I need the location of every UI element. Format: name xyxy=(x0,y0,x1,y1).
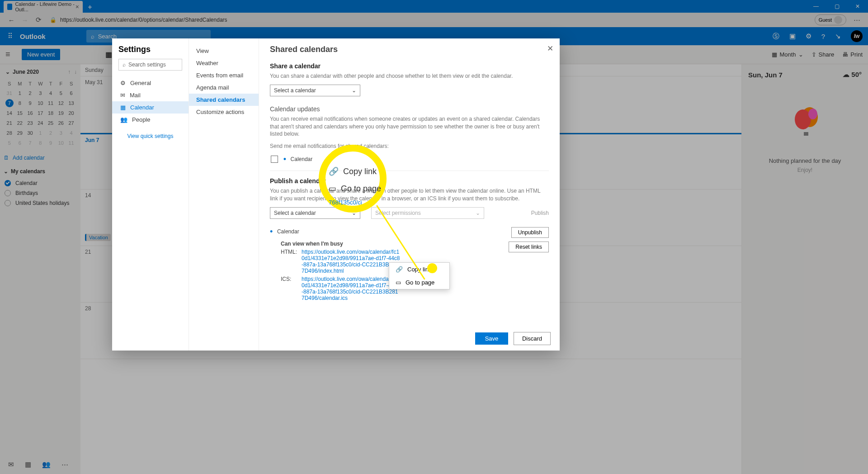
profile-badge[interactable]: lw xyxy=(851,30,863,42)
settings-sub-weather[interactable]: Weather xyxy=(189,57,259,69)
event-chip[interactable]: Vacation xyxy=(85,234,111,241)
checkbox-on-icon[interactable] xyxy=(5,180,11,186)
guest-profile-button[interactable]: Guest xyxy=(815,14,846,25)
address-bar: ← → ⟳ 🔒 https://outlook.live.com/calenda… xyxy=(0,13,868,27)
settings-sub-view[interactable]: View xyxy=(189,45,259,57)
chevron-down-icon[interactable]: ⌄ xyxy=(4,168,8,175)
panel-title: Shared calendars xyxy=(270,45,549,54)
agenda-panel: Sun, Jun 7 ☁ 50° Nothing planned for the… xyxy=(741,64,868,474)
lock-icon: 🔒 xyxy=(50,17,57,23)
chevron-down-icon: ⌄ xyxy=(476,210,480,216)
page-icon: ▭ xyxy=(329,184,336,194)
people-icon[interactable]: 👥 xyxy=(42,460,51,469)
settings-nav-people[interactable]: 👥People xyxy=(118,114,182,126)
app-launcher-icon[interactable]: ⠿ xyxy=(0,27,20,45)
prev-month-icon[interactable]: ↑ xyxy=(68,69,71,75)
settings-sub-customize[interactable]: Customize actions xyxy=(189,106,259,118)
avatar-icon xyxy=(834,16,842,24)
ctx-go-to-page[interactable]: ▭Go to page xyxy=(389,276,449,289)
calendar-item[interactable]: United States holidays xyxy=(4,198,77,208)
weather-icon: ☁ xyxy=(843,71,849,78)
people-icon: 👥 xyxy=(120,116,127,123)
view-month-button[interactable]: ▦ Month ⌄ xyxy=(772,51,803,58)
settings-sub-agenda[interactable]: Agenda mail xyxy=(189,81,259,94)
agenda-empty-sub: Enjoy! xyxy=(748,167,862,173)
checkbox-off-icon[interactable] xyxy=(5,200,11,206)
checkbox-off-icon[interactable] xyxy=(5,190,11,196)
share-calendar-select[interactable]: Select a calendar⌄ xyxy=(270,85,360,96)
gear-icon: ⚙ xyxy=(120,80,126,86)
refresh-icon[interactable]: ⟳ xyxy=(32,14,45,26)
notify-checkbox[interactable] xyxy=(271,156,278,163)
add-calendar-button[interactable]: 🗓 Add calendar xyxy=(4,155,77,161)
search-icon: ⌕ xyxy=(123,62,126,68)
maximize-icon[interactable]: ▢ xyxy=(826,0,847,13)
ics-link[interactable]: https://outlook.live.com/owa/calendar/fc… xyxy=(302,276,401,301)
publish-calendar-select[interactable]: Select a calendar⌄ xyxy=(270,207,360,219)
url-input[interactable]: 🔒 https://outlook.live.com/calendar/0/op… xyxy=(45,14,815,26)
zoom-overlay: 🔗Copy link ▭Go to page 768f135c0/ci xyxy=(329,163,383,206)
close-dialog-icon[interactable]: ✕ xyxy=(547,44,553,53)
close-icon[interactable]: ✕ xyxy=(847,0,868,13)
add-calendar-icon: 🗓 xyxy=(4,155,9,161)
chevron-down-icon: ⌄ xyxy=(352,87,356,94)
settings-nav-calendar[interactable]: ▦Calendar xyxy=(112,101,189,114)
browser-tab[interactable]: Calendar - Lifewire Demo - Outl... × xyxy=(4,1,83,13)
my-calendars-label: My calendars xyxy=(11,168,45,175)
link-icon: 🔗 xyxy=(329,166,339,176)
html-label: HTML: xyxy=(281,249,297,274)
mail-icon: ✉ xyxy=(120,92,125,99)
reset-links-button[interactable]: Reset links xyxy=(509,242,549,252)
gear-icon[interactable]: ⚙ xyxy=(806,32,811,40)
notify-calendar-name: Calendar xyxy=(291,156,313,162)
agenda-empty-message: Nothing planned for the day xyxy=(748,157,862,164)
more-icon[interactable]: ⋯ xyxy=(850,14,863,26)
save-button[interactable]: Save xyxy=(475,332,509,345)
minimize-icon[interactable]: — xyxy=(806,0,826,13)
notify-label: Send me email notifications for shared c… xyxy=(270,142,549,150)
calendar-icon[interactable]: ▦ xyxy=(25,460,31,469)
forward-icon[interactable]: → xyxy=(18,14,32,26)
ctx-copy-link[interactable]: 🔗Copy link xyxy=(389,263,449,276)
publish-description: You can publish a calendar and share a l… xyxy=(270,187,549,203)
calendar-today-icon: ▦ xyxy=(105,50,112,59)
help-icon[interactable]: ? xyxy=(821,33,825,40)
share-button[interactable]: ⇪ Share xyxy=(811,51,835,58)
new-event-button[interactable]: New event xyxy=(22,49,60,60)
context-menu: 🔗Copy link ▭Go to page xyxy=(389,262,450,289)
next-month-icon[interactable]: ↓ xyxy=(74,69,77,75)
calendar-icon: ▦ xyxy=(120,104,126,111)
settings-search-input[interactable]: ⌕ Search settings xyxy=(118,59,182,71)
settings-sub-shared[interactable]: Shared calendars xyxy=(189,94,259,106)
app-brand: Outlook xyxy=(20,33,46,40)
calendar-item[interactable]: Birthdays xyxy=(4,188,77,198)
new-tab-button[interactable]: + xyxy=(85,2,95,13)
tab-title: Calendar - Lifewire Demo - Outl... xyxy=(15,1,75,12)
skype-icon[interactable]: Ⓢ xyxy=(773,32,779,41)
print-button[interactable]: 🖶 Print xyxy=(842,51,863,58)
html-link[interactable]: https://outlook.live.com/owa/calendar/fc… xyxy=(302,249,401,274)
publish-heading: Publish a calendar xyxy=(270,177,549,185)
mini-month-label: June 2020 xyxy=(13,69,39,75)
back-icon[interactable]: ← xyxy=(5,14,18,26)
mail-icon[interactable]: ✉ xyxy=(8,460,14,469)
settings-nav-mail[interactable]: ✉Mail xyxy=(118,89,182,101)
updates-heading: Calendar updates xyxy=(270,105,549,113)
quick-settings-link[interactable]: View quick settings xyxy=(118,133,182,139)
tab-close-icon[interactable]: × xyxy=(75,3,79,10)
more-icon[interactable]: ⋯ xyxy=(61,460,68,469)
mini-calendar[interactable]: SMTWTFS 31123456789101112131415161718192… xyxy=(4,79,77,148)
settings-nav-general[interactable]: ⚙General xyxy=(118,77,182,89)
outlook-icon[interactable]: ▣ xyxy=(789,32,796,40)
hamburger-icon[interactable]: ≡ xyxy=(5,50,16,59)
calendar-item[interactable]: Calendar xyxy=(4,178,77,188)
discard-button[interactable]: Discard xyxy=(514,332,551,345)
share-description: You can share a calendar with other peop… xyxy=(270,72,549,80)
teams-icon[interactable]: ↘ xyxy=(835,32,841,40)
publish-button-disabled: Publish xyxy=(531,210,549,216)
permissions-select: Select permissions⌄ xyxy=(371,207,484,219)
settings-sub-events[interactable]: Events from email xyxy=(189,69,259,81)
chevron-down-icon[interactable]: ⌄ xyxy=(5,69,10,75)
unpublish-button[interactable]: Unpublish xyxy=(511,227,549,238)
weather-temp: ☁ 50° xyxy=(843,71,862,79)
